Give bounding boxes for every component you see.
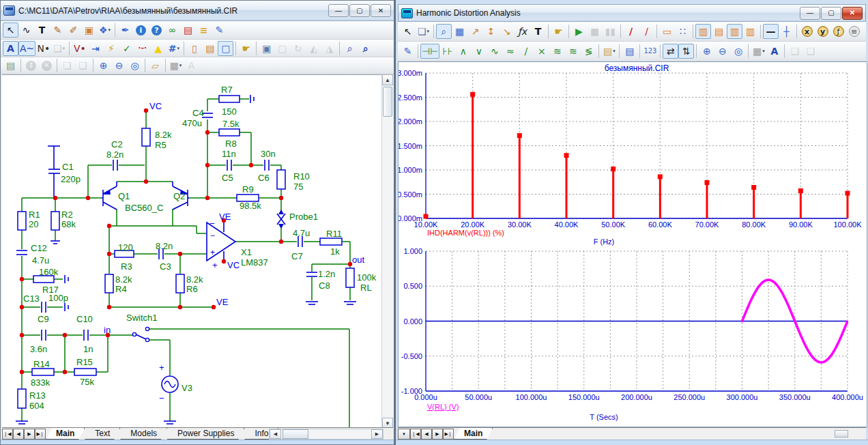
new-page-icon[interactable]: ▯ <box>186 41 202 56</box>
next-page-button[interactable]: ▶ <box>24 429 35 440</box>
run-icon[interactable]: ▶ <box>571 24 587 39</box>
cursor-stripes-1-icon[interactable]: ▥ <box>695 24 711 39</box>
scale-y-icon[interactable]: ↕ <box>483 24 499 39</box>
split-view-icon[interactable]: ▦▾ <box>751 44 766 59</box>
flag-mode-icon[interactable]: ✐ <box>66 23 81 38</box>
show-power-icon[interactable]: ⚡ <box>103 41 119 56</box>
show-node-numbers-icon[interactable]: N• <box>35 41 51 56</box>
graph-grid-icon[interactable]: ▦ <box>452 24 467 39</box>
numeric-output-icon[interactable]: ▤ <box>622 44 637 59</box>
select-region-mode-icon[interactable]: ▢ <box>218 41 233 56</box>
last-page-button[interactable]: ▶❘ <box>35 429 46 440</box>
grid-icon[interactable]: #▾ <box>166 41 182 56</box>
help-icon[interactable]: ? <box>149 23 164 38</box>
maximize-button[interactable]: ▢ <box>821 7 841 20</box>
show-conditions-icon[interactable]: ✓ <box>119 41 134 56</box>
cursor-stripes-3-icon[interactable]: ▥ <box>727 24 742 39</box>
horizontal-cursor-icon[interactable]: ⊣⊢ <box>420 44 439 59</box>
wave-stats-icon[interactable]: ≶ <box>581 44 596 59</box>
same-scales-icon[interactable]: ⇅ <box>678 44 694 59</box>
font-icon[interactable]: A <box>766 44 782 59</box>
last-page-button[interactable]: ▶❘ <box>443 429 454 440</box>
analysis-plot-area[interactable]: безымянный.CIR3.000m2.500m2.000m1.500m1.… <box>398 61 867 427</box>
global-high-icon[interactable]: ≋ <box>549 44 565 59</box>
high-icon[interactable]: ∿ <box>487 44 502 59</box>
zoom-region-icon[interactable]: ▭ <box>659 24 675 39</box>
data-points-icon[interactable]: ∷ <box>675 24 691 39</box>
zoom-out-icon[interactable]: ⊖ <box>111 58 127 73</box>
previous-page-button[interactable]: ◀ <box>421 429 432 440</box>
x-values-icon[interactable]: x <box>799 24 815 39</box>
show-warnings-icon[interactable]: ▲ <box>150 41 166 56</box>
horizontal-axis-line-icon[interactable]: — <box>763 24 779 39</box>
valley-icon[interactable]: ∨ <box>471 44 487 59</box>
show-attribute-values-icon[interactable]: A~ <box>18 41 35 56</box>
horizontal-scroll-thumb[interactable] <box>283 429 308 439</box>
schematic-titlebar[interactable]: C:\MC11\DATA\Petrov\RIAA\безымянный\безы… <box>1 1 394 21</box>
check-document-icon[interactable]: ▤ <box>180 23 196 38</box>
transform-box-icon[interactable]: ▣ <box>259 41 274 56</box>
tracker-icon[interactable]: ┼ <box>779 24 794 39</box>
zoom-out-icon[interactable]: ⊖ <box>714 44 730 59</box>
wire-mode-icon[interactable]: ∿ <box>18 23 34 38</box>
minimize-button[interactable]: — <box>328 4 349 17</box>
find-component-icon[interactable]: ⌕ <box>342 41 358 56</box>
info-icon[interactable]: i <box>133 23 149 38</box>
link-icon[interactable]: ∞ <box>164 23 180 38</box>
select-tool-icon[interactable]: ↖ <box>400 24 416 39</box>
vertical-scroll-thumb[interactable] <box>383 87 392 117</box>
text-mode-icon[interactable]: T <box>530 24 546 39</box>
cursor-stripes-2-icon[interactable]: ▤ <box>711 24 727 39</box>
next-page-button[interactable]: ▶ <box>432 429 443 440</box>
select-tool-icon[interactable]: ↖ <box>3 23 18 38</box>
minimize-button[interactable]: — <box>800 7 820 20</box>
properties-icon[interactable]: ☛ <box>551 24 566 39</box>
info-page-icon[interactable]: ▤ <box>3 58 18 73</box>
probe-tool-icon[interactable]: ✒ <box>117 23 133 38</box>
inflection-icon[interactable]: × <box>534 44 549 59</box>
zoom-100-icon[interactable]: ◎ <box>730 44 746 59</box>
negative-slope-cursor-icon[interactable]: ∕ <box>639 24 654 39</box>
page-settings-icon[interactable]: ▤ <box>202 41 218 56</box>
copy-menu-icon[interactable]: ❏▾ <box>416 24 431 39</box>
find-text-icon[interactable]: ⌕ <box>358 41 373 56</box>
image-export-icon[interactable]: ▱ <box>147 58 163 73</box>
list-lines-icon[interactable]: ≡ <box>196 23 212 38</box>
peak-icon[interactable]: ∧ <box>455 44 471 59</box>
tab-text[interactable]: Text <box>85 428 120 440</box>
state-variables-icon[interactable]: 123 <box>642 44 658 59</box>
show-pin-connections-icon[interactable]: ·–· <box>134 41 150 56</box>
first-page-button[interactable]: ❘◀ <box>2 429 13 440</box>
schematic-vertical-scrollbar[interactable]: ▲ ▼ <box>381 74 393 429</box>
analysis-limits-icon[interactable]: ✎ <box>400 44 416 59</box>
previous-page-button[interactable]: ◀ <box>13 429 24 440</box>
close-button[interactable]: ✕ <box>371 4 391 17</box>
scroll-up-button[interactable]: ▲ <box>382 74 393 85</box>
tab-main[interactable]: Main <box>454 428 493 440</box>
low-icon[interactable]: ≈ <box>502 44 518 59</box>
text-mode-icon[interactable]: T <box>34 23 50 38</box>
tab-models[interactable]: Models <box>120 428 167 440</box>
tab-power-supplies[interactable]: Power Supplies <box>167 428 244 440</box>
list-values-icon[interactable]: ≡ <box>846 24 862 39</box>
y-values-icon[interactable]: y <box>815 24 830 39</box>
properties-icon[interactable]: ☛ <box>238 41 254 56</box>
show-attribute-text-icon[interactable]: A <box>3 41 18 56</box>
plot-scrollbar-thumb[interactable] <box>835 430 848 437</box>
positive-slope-cursor-icon[interactable]: ∕ <box>623 24 639 39</box>
schematic-horizontal-scrollbar[interactable]: ◀ ▶ <box>269 429 384 440</box>
align-cursors-icon[interactable]: ⇄ <box>663 44 678 59</box>
schematic-canvas[interactable]: −+VCC4470uR71507.5kR88.2kR5C28.2nC1220pQ… <box>2 74 383 429</box>
tab-main[interactable]: Main <box>46 428 85 440</box>
global-low-icon[interactable]: ≋ <box>565 44 581 59</box>
show-node-voltages-icon[interactable]: V• <box>72 41 87 56</box>
zoom-in-icon[interactable]: ⊕ <box>96 58 111 73</box>
scale-x-icon[interactable]: ↗ <box>467 24 483 39</box>
show-currents-icon[interactable]: ⇥ <box>87 41 103 56</box>
cursor-stripes-4-icon[interactable]: ▥ <box>742 24 758 39</box>
plot-list-dropdown[interactable]: ▾ <box>398 429 410 440</box>
maximize-button[interactable]: ▢ <box>349 4 370 17</box>
split-view-icon[interactable]: ▦▾ <box>168 58 184 73</box>
scroll-right-button[interactable]: ▶ <box>371 429 383 439</box>
component-menu-icon[interactable]: ❖▾ <box>97 23 113 38</box>
